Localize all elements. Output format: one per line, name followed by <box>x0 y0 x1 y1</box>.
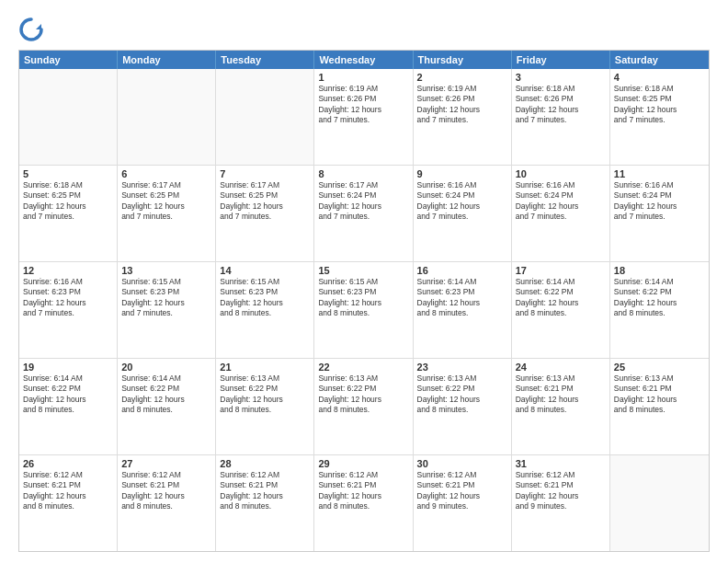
day-number: 27 <box>121 458 211 469</box>
empty-cell-0-1 <box>118 69 216 165</box>
weekday-header-friday: Friday <box>512 51 610 69</box>
day-info: Sunrise: 6:14 AM Sunset: 6:22 PM Dayligh… <box>516 277 606 319</box>
calendar-row-3: 12Sunrise: 6:16 AM Sunset: 6:23 PM Dayli… <box>19 262 709 359</box>
day-cell-29: 29Sunrise: 6:12 AM Sunset: 6:21 PM Dayli… <box>314 455 413 551</box>
day-number: 2 <box>417 72 507 83</box>
day-number: 15 <box>318 265 408 276</box>
day-info: Sunrise: 6:13 AM Sunset: 6:22 PM Dayligh… <box>318 373 408 416</box>
day-cell-8: 8Sunrise: 6:17 AM Sunset: 6:24 PM Daylig… <box>314 166 413 261</box>
weekday-header-monday: Monday <box>118 51 216 69</box>
day-number: 1 <box>318 72 408 83</box>
weekday-header-wednesday: Wednesday <box>314 51 413 69</box>
day-cell-30: 30Sunrise: 6:12 AM Sunset: 6:21 PM Dayli… <box>414 455 512 551</box>
day-cell-14: 14Sunrise: 6:15 AM Sunset: 6:23 PM Dayli… <box>216 262 314 358</box>
day-info: Sunrise: 6:14 AM Sunset: 6:22 PM Dayligh… <box>23 373 113 416</box>
day-info: Sunrise: 6:13 AM Sunset: 6:22 PM Dayligh… <box>417 373 507 416</box>
day-number: 9 <box>417 168 507 179</box>
day-cell-10: 10Sunrise: 6:16 AM Sunset: 6:24 PM Dayli… <box>512 166 610 261</box>
day-number: 5 <box>23 168 113 179</box>
page: SundayMondayTuesdayWednesdayThursdayFrid… <box>0 0 728 563</box>
weekday-header-thursday: Thursday <box>414 51 512 69</box>
day-info: Sunrise: 6:18 AM Sunset: 6:26 PM Dayligh… <box>516 84 606 126</box>
day-number: 10 <box>516 168 606 179</box>
day-number: 8 <box>318 168 408 179</box>
day-info: Sunrise: 6:15 AM Sunset: 6:23 PM Dayligh… <box>220 277 310 319</box>
day-cell-27: 27Sunrise: 6:12 AM Sunset: 6:21 PM Dayli… <box>118 455 216 551</box>
day-info: Sunrise: 6:12 AM Sunset: 6:21 PM Dayligh… <box>121 470 211 512</box>
day-info: Sunrise: 6:16 AM Sunset: 6:24 PM Dayligh… <box>516 180 606 223</box>
day-number: 14 <box>220 265 310 276</box>
day-cell-6: 6Sunrise: 6:17 AM Sunset: 6:25 PM Daylig… <box>118 166 216 261</box>
day-info: Sunrise: 6:19 AM Sunset: 6:26 PM Dayligh… <box>417 84 507 126</box>
day-info: Sunrise: 6:18 AM Sunset: 6:25 PM Dayligh… <box>614 84 705 126</box>
day-number: 7 <box>220 168 310 179</box>
day-cell-20: 20Sunrise: 6:14 AM Sunset: 6:22 PM Dayli… <box>118 359 216 454</box>
day-info: Sunrise: 6:12 AM Sunset: 6:21 PM Dayligh… <box>23 470 113 512</box>
day-info: Sunrise: 6:17 AM Sunset: 6:25 PM Dayligh… <box>121 180 211 223</box>
day-info: Sunrise: 6:15 AM Sunset: 6:23 PM Dayligh… <box>318 277 408 319</box>
calendar-header: SundayMondayTuesdayWednesdayThursdayFrid… <box>19 51 709 69</box>
day-cell-1: 1Sunrise: 6:19 AM Sunset: 6:26 PM Daylig… <box>314 69 413 165</box>
day-cell-23: 23Sunrise: 6:13 AM Sunset: 6:22 PM Dayli… <box>414 359 512 454</box>
day-info: Sunrise: 6:14 AM Sunset: 6:22 PM Dayligh… <box>614 277 705 319</box>
day-cell-17: 17Sunrise: 6:14 AM Sunset: 6:22 PM Dayli… <box>512 262 610 358</box>
day-info: Sunrise: 6:18 AM Sunset: 6:25 PM Dayligh… <box>23 180 113 223</box>
day-info: Sunrise: 6:17 AM Sunset: 6:25 PM Dayligh… <box>220 180 310 223</box>
day-cell-24: 24Sunrise: 6:13 AM Sunset: 6:21 PM Dayli… <box>512 359 610 454</box>
day-cell-3: 3Sunrise: 6:18 AM Sunset: 6:26 PM Daylig… <box>512 69 610 165</box>
day-number: 26 <box>23 458 113 469</box>
day-number: 12 <box>23 265 113 276</box>
day-info: Sunrise: 6:14 AM Sunset: 6:23 PM Dayligh… <box>417 277 507 319</box>
day-cell-18: 18Sunrise: 6:14 AM Sunset: 6:22 PM Dayli… <box>610 262 709 358</box>
calendar-row-4: 19Sunrise: 6:14 AM Sunset: 6:22 PM Dayli… <box>19 359 709 455</box>
day-cell-19: 19Sunrise: 6:14 AM Sunset: 6:22 PM Dayli… <box>19 359 118 454</box>
day-info: Sunrise: 6:12 AM Sunset: 6:21 PM Dayligh… <box>417 470 507 512</box>
day-cell-26: 26Sunrise: 6:12 AM Sunset: 6:21 PM Dayli… <box>19 455 118 551</box>
calendar-row-5: 26Sunrise: 6:12 AM Sunset: 6:21 PM Dayli… <box>19 455 709 551</box>
day-number: 31 <box>516 458 606 469</box>
day-cell-15: 15Sunrise: 6:15 AM Sunset: 6:23 PM Dayli… <box>314 262 413 358</box>
day-info: Sunrise: 6:13 AM Sunset: 6:21 PM Dayligh… <box>614 373 705 416</box>
day-number: 28 <box>220 458 310 469</box>
day-info: Sunrise: 6:14 AM Sunset: 6:22 PM Dayligh… <box>121 373 211 416</box>
day-number: 25 <box>614 362 705 373</box>
day-cell-28: 28Sunrise: 6:12 AM Sunset: 6:21 PM Dayli… <box>216 455 314 551</box>
svg-marker-0 <box>36 24 41 29</box>
day-number: 18 <box>614 265 705 276</box>
day-cell-9: 9Sunrise: 6:16 AM Sunset: 6:24 PM Daylig… <box>414 166 512 261</box>
day-number: 16 <box>417 265 507 276</box>
weekday-header-tuesday: Tuesday <box>216 51 314 69</box>
day-number: 3 <box>516 72 606 83</box>
weekday-header-sunday: Sunday <box>19 51 118 69</box>
day-number: 19 <box>23 362 113 373</box>
day-cell-12: 12Sunrise: 6:16 AM Sunset: 6:23 PM Dayli… <box>19 262 118 358</box>
day-info: Sunrise: 6:16 AM Sunset: 6:23 PM Dayligh… <box>23 277 113 319</box>
day-info: Sunrise: 6:15 AM Sunset: 6:23 PM Dayligh… <box>121 277 211 319</box>
empty-cell-0-2 <box>216 69 314 165</box>
logo-icon <box>18 17 44 42</box>
empty-cell-0-0 <box>19 69 118 165</box>
day-cell-16: 16Sunrise: 6:14 AM Sunset: 6:23 PM Dayli… <box>414 262 512 358</box>
day-cell-25: 25Sunrise: 6:13 AM Sunset: 6:21 PM Dayli… <box>610 359 709 454</box>
day-cell-31: 31Sunrise: 6:12 AM Sunset: 6:21 PM Dayli… <box>512 455 610 551</box>
calendar-row-1: 1Sunrise: 6:19 AM Sunset: 6:26 PM Daylig… <box>19 69 709 166</box>
day-number: 23 <box>417 362 507 373</box>
day-info: Sunrise: 6:17 AM Sunset: 6:24 PM Dayligh… <box>318 180 408 223</box>
day-info: Sunrise: 6:12 AM Sunset: 6:21 PM Dayligh… <box>220 470 310 512</box>
empty-cell-4-6 <box>610 455 709 551</box>
day-cell-11: 11Sunrise: 6:16 AM Sunset: 6:24 PM Dayli… <box>610 166 709 261</box>
weekday-header-saturday: Saturday <box>610 51 709 69</box>
day-number: 13 <box>121 265 211 276</box>
logo <box>18 17 48 42</box>
day-number: 17 <box>516 265 606 276</box>
day-info: Sunrise: 6:12 AM Sunset: 6:21 PM Dayligh… <box>318 470 408 512</box>
day-number: 20 <box>121 362 211 373</box>
day-info: Sunrise: 6:19 AM Sunset: 6:26 PM Dayligh… <box>318 84 408 126</box>
day-info: Sunrise: 6:16 AM Sunset: 6:24 PM Dayligh… <box>614 180 705 223</box>
calendar: SundayMondayTuesdayWednesdayThursdayFrid… <box>18 50 710 552</box>
day-cell-2: 2Sunrise: 6:19 AM Sunset: 6:26 PM Daylig… <box>414 69 512 165</box>
day-number: 30 <box>417 458 507 469</box>
day-cell-22: 22Sunrise: 6:13 AM Sunset: 6:22 PM Dayli… <box>314 359 413 454</box>
calendar-body: 1Sunrise: 6:19 AM Sunset: 6:26 PM Daylig… <box>19 69 709 551</box>
day-cell-7: 7Sunrise: 6:17 AM Sunset: 6:25 PM Daylig… <box>216 166 314 261</box>
